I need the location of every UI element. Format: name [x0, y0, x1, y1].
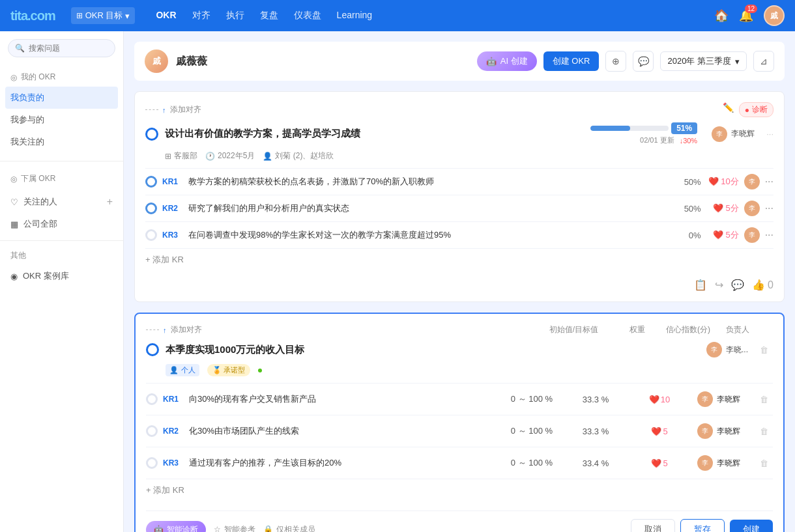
kr-more-1-3[interactable]: ··· — [765, 229, 773, 241]
smart-diag-btn[interactable]: 🤖 智能诊断 — [146, 521, 206, 533]
person-avatar-2: 李 — [706, 342, 722, 357]
sidebar-item-follow-people[interactable]: ♡ 关注的人 + — [0, 191, 123, 213]
del-kr-2-2[interactable]: 🗑 — [755, 422, 773, 440]
more-icon-1[interactable]: ··· — [766, 129, 773, 139]
logo[interactable]: tita.com — [10, 8, 55, 23]
home-icon[interactable]: 🏠 — [714, 8, 729, 23]
card-bottom-left: 🤖 智能诊断 ☆ 智能参考 🔒 仅相关成员 — [146, 521, 315, 533]
save-btn[interactable]: 暂存 — [680, 519, 725, 532]
ai-create-btn[interactable]: 🤖 AI 创建 — [477, 51, 537, 71]
sidebar-item-responsible[interactable]: 我负责的 — [5, 87, 118, 109]
sidebar-other-label: 其他 — [0, 246, 123, 265]
user-avatar[interactable]: 戚 — [764, 5, 785, 26]
sidebar-item-company[interactable]: ▦ 公司全部 — [0, 213, 123, 235]
date-label: 2022年5月 — [218, 150, 255, 161]
nav-execute[interactable]: 执行 — [226, 10, 244, 21]
case-label: OKR 案例库 — [23, 270, 69, 282]
create-okr-btn[interactable]: 创建 OKR — [543, 51, 600, 71]
sidebar-item-follow[interactable]: 我关注的 — [0, 131, 123, 153]
filter-btn[interactable]: ⊿ — [753, 51, 774, 72]
card-bottom-2: 🤖 智能诊断 ☆ 智能参考 🔒 仅相关成员 取消 暂存 创建 — [146, 511, 773, 532]
kr-score-1-1: ❤️ 10分 — [706, 176, 739, 188]
obj-circle-2 — [146, 343, 159, 356]
other-label: 其他 — [10, 250, 26, 261]
del-btn-obj[interactable]: 🗑 — [755, 341, 773, 359]
chevron-down-icon: ▾ — [125, 11, 130, 21]
app-layout: 🔍 ◎ 我的 OKR 我负责的 我参与的 我关注的 ◎ 下属 OKR — [0, 31, 795, 532]
del-kr-2-3[interactable]: 🗑 — [755, 454, 773, 472]
sidebar-item-case[interactable]: ◉ OKR 案例库 — [0, 265, 123, 287]
smart-ref-btn[interactable]: ☆ 智能参考 — [214, 524, 255, 533]
kr-weight-2-2: 33.3 % — [570, 427, 622, 436]
align-arrow-2: ↑ — [163, 326, 167, 334]
nav-okr[interactable]: OKR — [156, 10, 176, 21]
table-header-confidence: 信心指数(分) — [666, 324, 710, 335]
share-icon[interactable]: ↪ — [715, 279, 723, 291]
logo-suffix: .com — [27, 8, 55, 23]
obj-circle-1 — [145, 128, 158, 141]
kr-person-2-1: 李 李晓辉 — [697, 391, 749, 407]
person-row-1: 李 李晓辉 — [712, 126, 755, 142]
kr-val-2-1: 0 ～ 100 % — [499, 393, 564, 405]
kr-more-1-2[interactable]: ··· — [765, 203, 773, 214]
notification-icon[interactable]: 🔔 12 — [739, 8, 753, 23]
copy-icon[interactable]: 📋 — [694, 279, 707, 291]
members-label: 仅相关成员 — [276, 524, 315, 533]
kr-score-1-2: ❤️ 5分 — [706, 203, 739, 214]
kr-score-1-3: ❤️ 5分 — [706, 229, 739, 241]
status-dot — [258, 369, 262, 372]
cancel-btn[interactable]: 取消 — [631, 519, 675, 532]
sidebar-item-participate[interactable]: 我参与的 — [0, 109, 123, 131]
kr-circle-1-3 — [145, 229, 157, 241]
kr-circle-2-3 — [146, 457, 158, 469]
nav-learning[interactable]: Learning — [337, 10, 373, 21]
person-row-2: 李 李晓... — [706, 342, 748, 357]
kr-circle-2-1 — [146, 393, 158, 405]
message-btn[interactable]: 💬 — [633, 51, 654, 72]
add-kr-1[interactable]: + 添加 KR — [145, 248, 773, 271]
logo-text: tita — [10, 8, 27, 23]
members-btn[interactable]: 🔒 仅相关成员 — [263, 524, 315, 533]
person-name-1: 李晓辉 — [731, 128, 755, 139]
dept-icon: ⊞ — [165, 152, 171, 161]
diag-badge[interactable]: ● 诊断 — [739, 102, 773, 117]
kr-val-2-2: 0 ～ 100 % — [499, 425, 564, 437]
kr-row-1-2: KR2 研究了解我们的用户和分析用户的真实状态 50% ❤️ 5分 李 ··· — [145, 195, 773, 221]
table-header-assignee: 负责人 — [726, 324, 749, 335]
create-btn[interactable]: 创建 — [730, 520, 773, 532]
like-icon[interactable]: 👍 0 — [752, 279, 773, 291]
kr-weight-2-1: 33.3 % — [570, 395, 622, 404]
del-kr-2-1[interactable]: 🗑 — [755, 390, 773, 408]
kr-percent-1-1: 50% — [669, 177, 701, 187]
sidebar-group-myokr: ◎ 我的 OKR — [0, 68, 123, 87]
okr-menu[interactable]: ⊞ OKR 目标 ▾ — [71, 7, 136, 24]
progress-badge-1: 51% — [671, 122, 697, 134]
nav-review[interactable]: 复盘 — [260, 10, 278, 21]
search-input[interactable] — [29, 44, 108, 53]
kr-row-2-3: KR3 通过现有客户的推荐，产生该目标的20% 0 ～ 100 % 33.4 %… — [146, 447, 773, 479]
sidebar: 🔍 ◎ 我的 OKR 我负责的 我参与的 我关注的 ◎ 下属 OKR — [0, 31, 124, 532]
period-selector[interactable]: 2020年 第三季度 ▾ — [660, 51, 747, 71]
update-date-1: 02/01 更新 — [640, 135, 674, 145]
nav-dashboard[interactable]: 仪表盘 — [294, 10, 321, 21]
add-follow-people-btn[interactable]: + — [107, 196, 113, 208]
kr-title-2-2: 化30%由市场团队产生的线索 — [189, 425, 494, 437]
add-kr-2[interactable]: + 添加 KR — [146, 479, 773, 501]
sidebar-divider-2 — [0, 240, 123, 241]
comment-icon[interactable]: 💬 — [731, 279, 744, 291]
diag-label: 诊断 — [752, 104, 768, 115]
search-box[interactable]: 🔍 — [8, 39, 115, 57]
share-btn[interactable]: ⊕ — [605, 51, 626, 72]
topnav-right: 🏠 🔔 12 戚 — [714, 5, 785, 26]
add-align-1[interactable]: ↑ 添加对齐 ✏️ ● 诊断 — [145, 102, 773, 117]
type-personal: 👤 个人 — [166, 364, 199, 376]
kr-more-1-1[interactable]: ··· — [765, 176, 773, 188]
edit-icon[interactable]: ✏️ — [723, 102, 734, 117]
nav-align[interactable]: 对齐 — [192, 10, 210, 21]
add-align-2[interactable]: ↑ 添加对齐 初始值/目标值 权重 信心指数(分) 负责人 — [146, 324, 773, 335]
kr-row-1-3: KR3 在问卷调查中发现98%的学生家长对这一次的教学方案满意度超过95% 0%… — [145, 221, 773, 248]
kr-list-2: KR1 向30%的现有客户交叉销售新产品 0 ～ 100 % 33.3 % ❤️… — [146, 383, 773, 479]
person-name-2: 李晓... — [726, 344, 748, 356]
period-label: 2020年 第三季度 — [667, 55, 731, 67]
obj-meta-1: ⊞ 客服部 🕐 2022年5月 👤 刘菊 (2)、赵培欣 — [145, 150, 773, 161]
